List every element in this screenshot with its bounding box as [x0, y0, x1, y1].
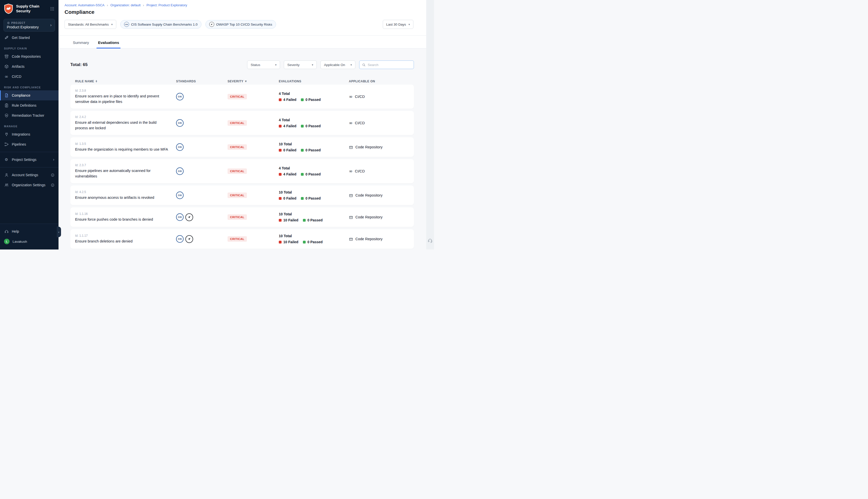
- cicd-icon: ∞: [349, 121, 353, 125]
- failed-indicator: [279, 241, 281, 243]
- failed-indicator: [279, 125, 281, 127]
- passed-indicator: [301, 125, 304, 127]
- code-repository-icon: [349, 237, 353, 241]
- table-header: RULE NAME ▲▼ STANDARDS SEVERITY ▼ EVALUA…: [70, 80, 414, 83]
- evaluations-total: 4 Total: [279, 118, 349, 122]
- standards-filter-dropdown[interactable]: Standards: All Benchmarks ▾: [64, 20, 116, 29]
- evaluations-total: 4 Total: [279, 92, 349, 96]
- applicable-on-filter-dropdown[interactable]: Applicable On ▾: [321, 61, 355, 69]
- table-row[interactable]: Id: 2.3.8 Ensure scanners are in place t…: [70, 85, 414, 109]
- support-headset-icon[interactable]: [427, 238, 433, 243]
- breadcrumb: Account: Automation-SSCA › Organization:…: [64, 3, 413, 7]
- passed-count: 0 Passed: [305, 124, 321, 128]
- column-applicable-on: APPLICABLE ON: [349, 80, 375, 83]
- user-menu[interactable]: L Lavakush: [0, 236, 59, 246]
- evaluations-total: 4 Total: [279, 166, 349, 170]
- rocket-icon: [4, 35, 9, 40]
- chip-label: OWASP Top 10 CI/CD Security Risks: [216, 23, 272, 26]
- breadcrumb-project[interactable]: Project: Product Exploratory: [146, 3, 187, 7]
- severity-badge: CRITICAL: [228, 144, 247, 150]
- total-count: Total: 65: [70, 62, 88, 67]
- section-label-supply-chain: SUPPLY CHAIN: [0, 43, 59, 51]
- severity-badge: CRITICAL: [228, 193, 247, 198]
- sidebar-item-help[interactable]: Help: [0, 227, 59, 236]
- applicable-on-label: Code Repository: [355, 215, 383, 219]
- sort-desc-icon[interactable]: ▼: [245, 80, 246, 83]
- column-standards: STANDARDS: [176, 80, 196, 83]
- tab-evaluations[interactable]: Evaluations: [98, 40, 119, 48]
- status-filter-dropdown[interactable]: Status ▾: [247, 61, 280, 69]
- column-rule-name: RULE NAME: [75, 80, 94, 83]
- chevron-down-icon: ▾: [275, 63, 277, 66]
- breadcrumb-organization[interactable]: Organization: default: [110, 3, 141, 7]
- severity-badge: CRITICAL: [228, 214, 247, 220]
- rule-id: Id: 1.1.17: [75, 234, 176, 238]
- sidebar-item-label: Get Started: [12, 36, 30, 40]
- failed-indicator: [279, 98, 281, 101]
- toolbar: Standards: All Benchmarks ▾ CIS CIS Soft…: [64, 20, 413, 29]
- severity-filter-label: Severity: [287, 63, 300, 67]
- table-row[interactable]: Id: 2.3.7 Ensure pipelines are automatic…: [70, 159, 414, 183]
- sidebar-item-label: Code Repositories: [12, 54, 41, 59]
- tab-summary[interactable]: Summary: [73, 40, 89, 48]
- app-logo-row: Supply Chain Security: [0, 0, 59, 16]
- sidebar-item-pipelines[interactable]: Pipelines: [0, 139, 59, 149]
- sidebar-item-integrations[interactable]: Integrations: [0, 129, 59, 139]
- standard-chip-owasp[interactable]: OWASP Top 10 CI/CD Security Risks: [205, 20, 276, 28]
- user-name: Lavakush: [13, 240, 27, 243]
- table-row[interactable]: Id: 1.1.17 Ensure branch deletions are d…: [70, 229, 414, 249]
- shield-pulse-icon: [4, 113, 9, 118]
- sidebar-item-label: CI/CD: [12, 75, 21, 78]
- chip-label: CIS Software Supply Chain Benchmarks 1.0: [131, 23, 198, 26]
- sidebar-item-organization-settings[interactable]: Organization Settings: [0, 180, 59, 190]
- severity-filter-dropdown[interactable]: Severity ▾: [284, 61, 317, 69]
- table-row[interactable]: Id: 1.1.16 Ensure force pushes code to b…: [70, 207, 414, 227]
- cis-standard-icon: CIS: [176, 143, 184, 151]
- tab-bar: Summary Evaluations: [59, 36, 426, 48]
- applicable-on-label: Code Repository: [355, 237, 383, 241]
- cicd-icon: ∞: [349, 94, 353, 99]
- table-row[interactable]: Id: 2.4.2 Ensure all external dependenci…: [70, 111, 414, 135]
- breadcrumb-account[interactable]: Account: Automation-SSCA: [64, 3, 105, 7]
- failed-count: 4 Failed: [283, 172, 297, 176]
- apps-grid-icon[interactable]: [50, 7, 55, 11]
- sidebar-item-account-settings[interactable]: Account Settings: [0, 170, 59, 180]
- person-icon: [4, 173, 9, 178]
- chevron-down-icon: ▾: [312, 63, 313, 66]
- sidebar-item-label: Rule Definitions: [12, 104, 36, 107]
- evaluations-panel: Total: 65 Status ▾ Severity ▾ Applicable…: [59, 48, 426, 250]
- code-repository-icon: [349, 215, 353, 219]
- project-selector[interactable]: PROJECT Product Exploratory ›: [3, 19, 55, 32]
- passed-indicator: [301, 98, 304, 101]
- rule-name: Ensure pipelines are automatically scann…: [75, 168, 169, 179]
- sidebar-item-rule-definitions[interactable]: Rule Definitions: [0, 100, 59, 110]
- table-row[interactable]: Id: 4.2.5 Ensure anonymous access to art…: [70, 185, 414, 205]
- search-box: [359, 61, 414, 69]
- chevron-right-icon: ›: [50, 23, 52, 27]
- search-input[interactable]: [368, 63, 411, 67]
- sidebar-item-code-repositories[interactable]: Code Repositories: [0, 51, 59, 61]
- sidebar-item-get-started[interactable]: Get Started: [0, 33, 59, 43]
- sidebar-item-project-settings[interactable]: ⚙ Project Settings ›: [0, 155, 59, 165]
- cicd-icon: ∞: [349, 169, 353, 173]
- sidebar-item-cicd[interactable]: ∞ CI/CD: [0, 72, 59, 82]
- sidebar-item-remediation-tracker[interactable]: Remediation Tracker: [0, 110, 59, 121]
- section-label-risk-compliance: RISK AND COMPLIANCE: [0, 82, 59, 90]
- date-range-dropdown[interactable]: Last 30 Days ▾: [383, 20, 413, 29]
- rule-id: Id: 2.3.8: [75, 89, 176, 93]
- sort-icon[interactable]: ▲▼: [96, 80, 97, 82]
- gear-icon: ⚙: [4, 157, 9, 162]
- standard-chip-cis[interactable]: CIS CIS Software Supply Chain Benchmarks…: [120, 20, 202, 28]
- project-name: Product Exploratory: [7, 25, 39, 29]
- passed-indicator: [303, 219, 306, 222]
- sidebar-item-artifacts[interactable]: Artifacts: [0, 61, 59, 72]
- evaluations-total: 10 Total: [279, 234, 349, 238]
- cis-standard-icon: CIS: [176, 168, 184, 175]
- sidebar-item-compliance[interactable]: Compliance: [0, 90, 59, 100]
- sidebar-collapse-handle[interactable]: ‹: [57, 227, 61, 237]
- sidebar-item-label: Organization Settings: [12, 183, 46, 187]
- table-row[interactable]: Id: 1.3.5 Ensure the organization is req…: [70, 137, 414, 157]
- passed-count: 0 Passed: [305, 148, 321, 152]
- passed-indicator: [303, 241, 306, 243]
- rule-id: Id: 1.3.5: [75, 142, 176, 146]
